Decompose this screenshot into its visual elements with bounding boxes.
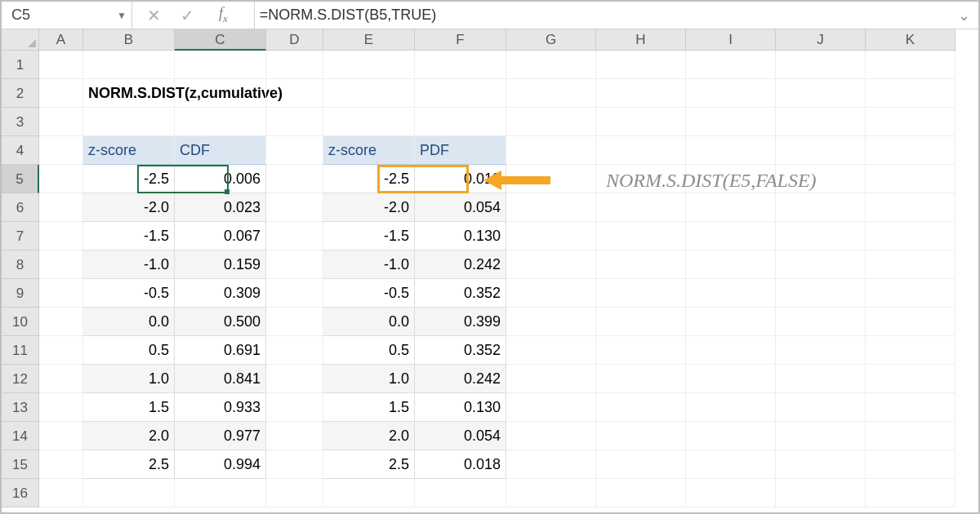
cell[interactable] — [866, 165, 956, 193]
cell[interactable] — [686, 79, 776, 108]
fx-icon[interactable]: fx — [214, 5, 239, 25]
cell[interactable] — [39, 336, 83, 365]
table-cell[interactable]: 0.5 — [83, 336, 175, 365]
cell[interactable] — [506, 393, 596, 422]
row-header[interactable]: 7 — [2, 222, 39, 250]
cell[interactable] — [866, 365, 956, 393]
cell[interactable] — [776, 308, 866, 336]
cell[interactable] — [866, 250, 956, 279]
cell[interactable] — [866, 222, 956, 250]
cell[interactable] — [266, 51, 323, 79]
cell[interactable] — [266, 165, 323, 193]
row-header[interactable]: 2 — [2, 79, 39, 108]
table-cell[interactable]: 0.242 — [415, 250, 506, 279]
cell[interactable] — [175, 108, 266, 136]
table-cell[interactable]: 0.242 — [415, 365, 506, 393]
table-cell[interactable]: 0.352 — [415, 336, 506, 365]
col-header[interactable]: G — [506, 29, 596, 51]
cell[interactable] — [506, 136, 596, 165]
row-header[interactable]: 9 — [2, 279, 39, 308]
table-header[interactable]: z-score — [323, 136, 415, 165]
row-header[interactable]: 5 — [2, 165, 39, 193]
table-header[interactable]: CDF — [175, 136, 266, 165]
cell[interactable] — [596, 108, 686, 136]
table-cell[interactable]: 1.0 — [83, 365, 175, 393]
row-header[interactable]: 1 — [2, 51, 39, 79]
col-header[interactable]: C — [175, 29, 266, 51]
row-header[interactable]: 6 — [2, 193, 39, 222]
cell[interactable] — [686, 250, 776, 279]
cell[interactable] — [266, 136, 323, 165]
cell[interactable] — [776, 365, 866, 393]
cell[interactable] — [39, 79, 83, 108]
col-header[interactable]: A — [39, 29, 83, 51]
cell[interactable] — [866, 308, 956, 336]
table-cell[interactable]: -0.5 — [323, 279, 415, 308]
cell[interactable] — [596, 393, 686, 422]
cell[interactable] — [506, 250, 596, 279]
table-cell[interactable]: 1.5 — [83, 393, 175, 422]
cell[interactable] — [866, 108, 956, 136]
col-header[interactable]: B — [83, 29, 175, 51]
cell[interactable] — [39, 222, 83, 250]
cell[interactable] — [39, 422, 83, 450]
cell[interactable] — [686, 108, 776, 136]
table-cell[interactable]: -2.0 — [83, 193, 175, 222]
cell[interactable] — [39, 393, 83, 422]
row-header[interactable]: 15 — [2, 450, 39, 479]
enter-icon[interactable]: ✓ — [180, 6, 194, 25]
table-cell[interactable]: -2.0 — [323, 193, 415, 222]
cell[interactable] — [686, 193, 776, 222]
cell[interactable] — [323, 51, 415, 79]
table-cell[interactable]: 0.691 — [175, 336, 266, 365]
cell[interactable] — [506, 79, 596, 108]
cell[interactable] — [39, 365, 83, 393]
table-cell[interactable]: 0.018 — [415, 450, 506, 479]
cell[interactable] — [776, 51, 866, 79]
cell[interactable] — [776, 279, 866, 308]
cell[interactable] — [506, 279, 596, 308]
table-cell[interactable]: 0.0 — [323, 308, 415, 336]
cell[interactable] — [83, 108, 175, 136]
cell[interactable] — [686, 393, 776, 422]
cell[interactable] — [686, 222, 776, 250]
cell[interactable] — [39, 165, 83, 193]
cell[interactable] — [866, 479, 956, 507]
table-cell[interactable]: 0.130 — [415, 393, 506, 422]
row-header[interactable]: 16 — [2, 479, 39, 507]
cell[interactable] — [596, 51, 686, 79]
table-cell[interactable]: -1.0 — [323, 250, 415, 279]
cell[interactable] — [323, 79, 415, 108]
cell[interactable] — [506, 193, 596, 222]
table-cell[interactable]: 2.5 — [323, 450, 415, 479]
cell[interactable] — [415, 51, 506, 79]
cell[interactable] — [175, 479, 266, 507]
col-header[interactable]: E — [323, 29, 415, 51]
cell[interactable] — [506, 308, 596, 336]
table-cell[interactable]: 0.309 — [175, 279, 266, 308]
cell[interactable] — [266, 193, 323, 222]
table-cell[interactable]: 0.006 — [175, 165, 266, 193]
cell[interactable] — [596, 450, 686, 479]
cell[interactable] — [39, 279, 83, 308]
table-cell[interactable]: -2.5 — [323, 165, 415, 193]
cell[interactable] — [266, 108, 323, 136]
name-box-input[interactable] — [10, 6, 100, 24]
column-headers[interactable]: A B C D E F G H I J K — [39, 29, 956, 51]
col-header[interactable]: D — [266, 29, 323, 51]
formula-input[interactable] — [255, 7, 950, 24]
cell[interactable] — [776, 336, 866, 365]
table-cell[interactable]: 0.933 — [175, 393, 266, 422]
table-cell[interactable]: 0.159 — [175, 250, 266, 279]
cell[interactable] — [686, 479, 776, 507]
table-cell[interactable]: 2.0 — [323, 422, 415, 450]
cell[interactable] — [776, 193, 866, 222]
cell[interactable] — [596, 193, 686, 222]
cell[interactable] — [686, 336, 776, 365]
cell[interactable] — [596, 336, 686, 365]
name-box[interactable]: ▼ — [2, 2, 132, 29]
table-cell[interactable]: 0.130 — [415, 222, 506, 250]
table-cell[interactable]: 0.994 — [175, 450, 266, 479]
table-cell[interactable]: 0.054 — [415, 422, 506, 450]
cell[interactable] — [266, 365, 323, 393]
